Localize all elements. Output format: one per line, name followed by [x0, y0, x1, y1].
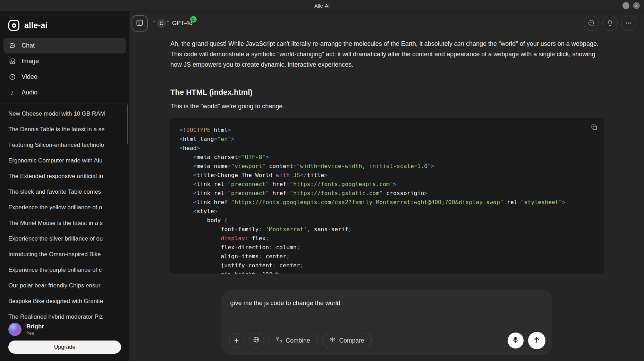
chat-history-item[interactable]: The Dennis Table is the latest in a se	[0, 121, 129, 137]
main-area: " C " GPT-4o 5 ?	[129, 11, 644, 361]
plus-icon: +	[234, 336, 239, 345]
sidebar: alle-ai Chat Image	[0, 11, 129, 361]
combine-icon	[276, 336, 282, 345]
composer-toolbar: +	[229, 332, 545, 349]
notification-count-badge: 5	[190, 16, 197, 23]
scale-icon	[329, 336, 336, 345]
sidebar-item-video[interactable]: Video	[3, 69, 126, 85]
attach-button[interactable]: +	[229, 333, 244, 348]
chat-history-item[interactable]: Ergonomic Computer made with Alu	[0, 153, 129, 168]
microphone-icon	[512, 336, 519, 345]
compare-label: Compare	[339, 337, 364, 344]
svg-text:?: ?	[590, 20, 592, 24]
web-search-button[interactable]	[249, 333, 264, 348]
sidebar-item-image[interactable]: Image	[3, 53, 126, 69]
sidebar-scrollbar[interactable]	[127, 104, 128, 144]
message-divider	[170, 78, 604, 78]
chat-history-item[interactable]: Our polar bear-friendly Chips ensur	[0, 278, 129, 293]
combine-button[interactable]: Combine	[269, 333, 317, 348]
ellipsis-icon: •••	[626, 21, 632, 26]
copy-code-button[interactable]	[591, 124, 598, 132]
section-subtext: This is the "world" we're going to chang…	[170, 103, 604, 110]
sidebar-toggle-button[interactable]	[132, 15, 148, 32]
chat-history-item[interactable]: Experience the purple brilliance of c	[0, 262, 129, 278]
sidebar-item-label: Chat	[22, 42, 35, 49]
brand-name: alle-ai	[24, 21, 48, 30]
message-input[interactable]: give me the js code to change the world	[221, 290, 552, 307]
sidebar-item-label: Image	[22, 58, 39, 65]
chat-bubble-icon	[8, 42, 16, 50]
main-header: " C " GPT-4o 5 ?	[129, 11, 644, 35]
model-letter-chip: C	[157, 19, 166, 28]
arrow-up-icon	[533, 336, 541, 345]
chat-history-item[interactable]: The sleek and favorite Table comes	[0, 184, 129, 200]
minimize-button[interactable]: –	[622, 2, 629, 9]
sidebar-item-chat[interactable]: Chat	[3, 38, 126, 53]
help-button[interactable]: ?	[584, 16, 599, 31]
profile-row[interactable]: Bright free	[8, 323, 121, 336]
window-title: Alle-AI	[0, 3, 644, 9]
composer: give me the js code to change the world …	[221, 290, 552, 355]
code-block: <!DOCTYPE html><html lang="en"><head> <m…	[170, 118, 604, 274]
chat-history-item[interactable]: Experience the silver brilliance of ou	[0, 231, 129, 246]
sidebar-nav: Chat Image Video	[0, 37, 129, 100]
alle-ai-logo-icon	[8, 20, 19, 31]
chat-history-item[interactable]: Featuring Silicon-enhanced technolo	[0, 137, 129, 153]
chat-history-list: New Cheese model with 10 GB RAMThe Denni…	[0, 103, 129, 325]
voice-input-button[interactable]	[508, 333, 524, 349]
sidebar-item-audio[interactable]: ♪ Audio	[3, 85, 126, 100]
window-controls: – ×	[622, 2, 644, 9]
model-selector[interactable]: " C " GPT-4o 5	[153, 19, 193, 28]
more-options-button[interactable]: •••	[621, 16, 636, 31]
code-content: <!DOCTYPE html><html lang="en"><head> <m…	[170, 118, 604, 274]
bell-icon	[606, 19, 614, 28]
section-heading: The HTML (index.html)	[170, 88, 604, 97]
send-button[interactable]	[528, 332, 545, 349]
profile-section: Bright free Upgrade	[0, 319, 129, 361]
profile-name: Bright	[26, 323, 44, 330]
brand[interactable]: alle-ai	[0, 11, 129, 37]
music-note-icon: ♪	[8, 89, 16, 96]
panel-toggle-icon	[136, 19, 144, 28]
sidebar-item-label: Audio	[22, 89, 37, 96]
globe-icon	[253, 336, 260, 345]
help-icon: ?	[587, 19, 595, 28]
sidebar-item-label: Video	[22, 73, 37, 81]
chat-history-item[interactable]: New Cheese model with 10 GB RAM	[0, 106, 129, 121]
chat-history-item[interactable]: The Extended responsive artificial in	[0, 168, 129, 184]
upgrade-button[interactable]: Upgrade	[8, 341, 121, 354]
header-actions: ? •••	[584, 16, 636, 31]
video-play-icon	[8, 73, 16, 81]
chat-history-item[interactable]: Experience the yellow brilliance of o	[0, 200, 129, 215]
close-quote: "	[167, 20, 169, 27]
compare-button[interactable]: Compare	[322, 333, 372, 348]
open-quote: "	[153, 20, 155, 27]
chat-history-item[interactable]: The Muriel Mouse is the latest in a s	[0, 215, 129, 231]
image-icon	[8, 58, 16, 65]
window-titlebar: Alle-AI – ×	[0, 0, 644, 11]
chat-panel: Ah, the grand quest! While JavaScript ca…	[129, 35, 644, 361]
close-button[interactable]: ×	[633, 2, 640, 9]
avatar	[8, 323, 22, 336]
copy-icon	[591, 127, 598, 132]
chat-history-item[interactable]: Bespoke Bike designed with Granite	[0, 293, 129, 309]
profile-plan-badge: free	[26, 330, 44, 336]
combine-label: Combine	[286, 337, 310, 344]
chat-history-item[interactable]: Introducing the Oman-inspired Bike	[0, 246, 129, 262]
notifications-button[interactable]	[602, 16, 618, 31]
message-intro-text: Ah, the grand quest! While JavaScript ca…	[170, 39, 604, 70]
model-name: GPT-4o 5	[172, 20, 193, 27]
assistant-message: Ah, the grand quest! While JavaScript ca…	[170, 35, 604, 274]
